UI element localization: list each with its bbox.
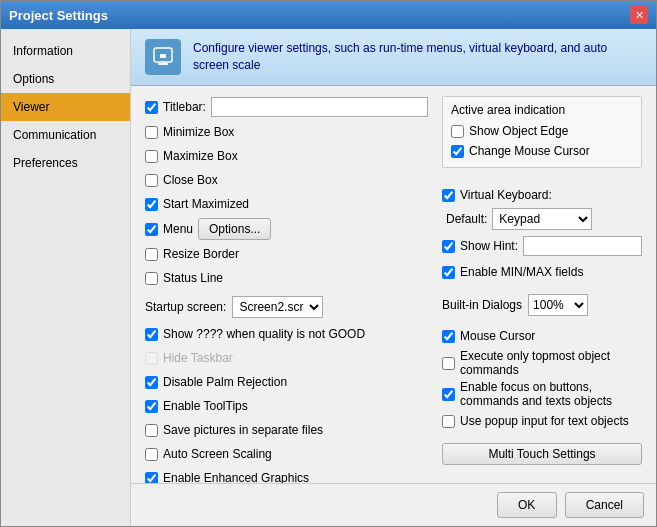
enable-enhanced-checkbox[interactable] (145, 472, 158, 484)
virtual-keyboard-row: Virtual Keyboard: (442, 188, 642, 202)
ok-button[interactable]: OK (497, 492, 557, 518)
sidebar-item-information[interactable]: Information (1, 37, 130, 65)
hide-taskbar-label: Hide Taskbar (163, 351, 233, 365)
minimize-box-row: Minimize Box (145, 122, 428, 142)
titlebar-label: Titlebar: (163, 100, 206, 114)
startup-screen-row: Startup screen: Screen2.scr (145, 296, 428, 318)
default-label: Default: (446, 212, 487, 226)
enable-minmax-label: Enable MIN/MAX fields (460, 265, 583, 279)
disable-palm-label: Disable Palm Rejection (163, 375, 287, 389)
auto-screen-label: Auto Screen Scaling (163, 447, 272, 461)
titlebar-input[interactable]: Project Name (211, 97, 428, 117)
resize-border-label: Resize Border (163, 247, 239, 261)
left-column: Titlebar: Project Name Minimize Box Maxi… (145, 96, 428, 473)
use-popup-row: Use popup input for text objects (442, 411, 642, 431)
hint-input[interactable] (523, 236, 642, 256)
save-pictures-row: Save pictures in separate files (145, 420, 428, 440)
header-banner: Configure viewer settings, such as run-t… (131, 29, 656, 86)
main-content: Configure viewer settings, such as run-t… (131, 29, 656, 526)
disable-palm-row: Disable Palm Rejection (145, 372, 428, 392)
menu-checkbox[interactable] (145, 223, 158, 236)
mouse-cursor-label: Mouse Cursor (460, 329, 535, 343)
built-in-select[interactable]: 100% 75% 150% (528, 294, 588, 316)
show-quality-checkbox[interactable] (145, 328, 158, 341)
title-bar: Project Settings ✕ (1, 1, 656, 29)
change-mouse-cursor-row: Change Mouse Cursor (451, 141, 633, 161)
divider1 (442, 174, 642, 182)
content-area: Titlebar: Project Name Minimize Box Maxi… (131, 86, 656, 483)
save-pictures-checkbox[interactable] (145, 424, 158, 437)
dialog-body: Information Options Viewer Communication… (1, 29, 656, 526)
start-maximized-label: Start Maximized (163, 197, 249, 211)
mouse-cursor-row: Mouse Cursor (442, 326, 642, 346)
show-hint-checkbox[interactable] (442, 240, 455, 253)
close-box-row: Close Box (145, 170, 428, 190)
dialog-title: Project Settings (9, 8, 108, 23)
menu-label: Menu (163, 222, 193, 236)
sidebar-item-options[interactable]: Options (1, 65, 130, 93)
built-in-label: Built-in Dialogs (442, 298, 522, 312)
active-area-box: Active area indication Show Object Edge … (442, 96, 642, 168)
enable-tooltips-label: Enable ToolTips (163, 399, 248, 413)
sidebar-item-communication[interactable]: Communication (1, 121, 130, 149)
virtual-keyboard-label: Virtual Keyboard: (460, 188, 552, 202)
cancel-button[interactable]: Cancel (565, 492, 644, 518)
header-description: Configure viewer settings, such as run-t… (193, 40, 642, 74)
show-quality-label: Show ???? when quality is not GOOD (163, 327, 365, 341)
enable-enhanced-row: Enable Enhanced Graphics (145, 468, 428, 483)
svg-rect-2 (160, 54, 166, 58)
change-mouse-cursor-label: Change Mouse Cursor (469, 144, 590, 158)
status-line-label: Status Line (163, 271, 223, 285)
execute-only-checkbox[interactable] (442, 357, 455, 370)
show-hint-label: Show Hint: (460, 239, 518, 253)
use-popup-label: Use popup input for text objects (460, 414, 629, 428)
project-settings-dialog: Project Settings ✕ Information Options V… (0, 0, 657, 527)
use-popup-checkbox[interactable] (442, 415, 455, 428)
default-select[interactable]: Keypad Keyboard None (492, 208, 592, 230)
execute-only-label: Execute only topmost object commands (460, 349, 642, 377)
menu-options-button[interactable]: Options... (198, 218, 271, 240)
enable-focus-checkbox[interactable] (442, 388, 455, 401)
enable-focus-label: Enable focus on buttons, commands and te… (460, 380, 642, 408)
startup-screen-select[interactable]: Screen2.scr (232, 296, 323, 318)
close-button[interactable]: ✕ (630, 6, 648, 24)
show-object-edge-label: Show Object Edge (469, 124, 568, 138)
maximize-box-row: Maximize Box (145, 146, 428, 166)
hide-taskbar-checkbox[interactable] (145, 352, 158, 365)
virtual-keyboard-checkbox[interactable] (442, 189, 455, 202)
footer: OK Cancel (131, 483, 656, 526)
mouse-cursor-checkbox[interactable] (442, 330, 455, 343)
start-maximized-checkbox[interactable] (145, 198, 158, 211)
show-hint-row: Show Hint: (442, 236, 642, 256)
enable-minmax-checkbox[interactable] (442, 266, 455, 279)
viewer-icon (145, 39, 181, 75)
status-line-row: Status Line (145, 268, 428, 288)
change-mouse-cursor-checkbox[interactable] (451, 145, 464, 158)
resize-border-checkbox[interactable] (145, 248, 158, 261)
maximize-box-checkbox[interactable] (145, 150, 158, 163)
disable-palm-checkbox[interactable] (145, 376, 158, 389)
sidebar: Information Options Viewer Communication… (1, 29, 131, 526)
menu-row: Menu Options... (145, 218, 428, 240)
sidebar-item-viewer[interactable]: Viewer (1, 93, 130, 121)
save-pictures-label: Save pictures in separate files (163, 423, 323, 437)
execute-only-row: Execute only topmost object commands (442, 349, 642, 377)
minimize-box-checkbox[interactable] (145, 126, 158, 139)
show-object-edge-row: Show Object Edge (451, 121, 633, 141)
enable-tooltips-checkbox[interactable] (145, 400, 158, 413)
titlebar-checkbox[interactable] (145, 101, 158, 114)
resize-border-row: Resize Border (145, 244, 428, 264)
default-row: Default: Keypad Keyboard None (446, 208, 642, 230)
close-box-checkbox[interactable] (145, 174, 158, 187)
startup-screen-label: Startup screen: (145, 300, 226, 314)
sidebar-item-preferences[interactable]: Preferences (1, 149, 130, 177)
multi-touch-button[interactable]: Multi Touch Settings (442, 443, 642, 465)
built-in-checks: Mouse Cursor Execute only topmost object… (442, 326, 642, 431)
enable-minmax-row: Enable MIN/MAX fields (442, 262, 642, 282)
start-maximized-row: Start Maximized (145, 194, 428, 214)
minimize-box-label: Minimize Box (163, 125, 234, 139)
auto-screen-checkbox[interactable] (145, 448, 158, 461)
show-object-edge-checkbox[interactable] (451, 125, 464, 138)
active-area-title: Active area indication (451, 103, 633, 117)
status-line-checkbox[interactable] (145, 272, 158, 285)
